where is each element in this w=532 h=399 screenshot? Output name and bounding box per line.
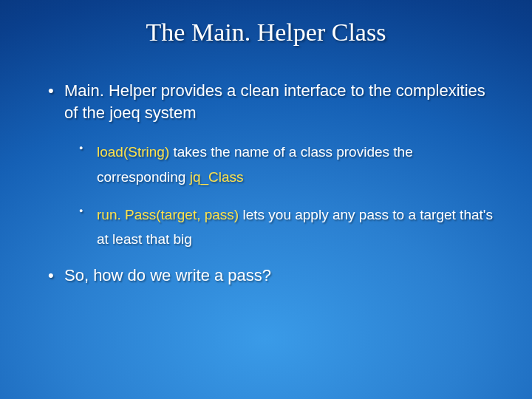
slide-title: The Main. Helper Class	[33, 18, 499, 47]
slide: The Main. Helper Class Main. Helper prov…	[0, 0, 532, 399]
highlight-text: jq_Class	[190, 169, 244, 185]
body-text: So, how do we write a pass?	[64, 266, 271, 284]
bullet-level-2: run. Pass(target, pass) lets you apply a…	[79, 202, 499, 252]
highlight-text: load(String)	[97, 144, 169, 160]
bullet-level-1: So, how do we write a pass?	[48, 265, 499, 287]
bullet-list: Main. Helper provides a clean interface …	[33, 80, 499, 287]
body-text: Main. Helper provides a clean interface …	[64, 81, 485, 122]
bullet-level-1: Main. Helper provides a clean interface …	[48, 80, 499, 123]
bullet-level-2: load(String) takes the name of a class p…	[79, 140, 499, 189]
highlight-text: run. Pass(target, pass)	[97, 207, 239, 222]
